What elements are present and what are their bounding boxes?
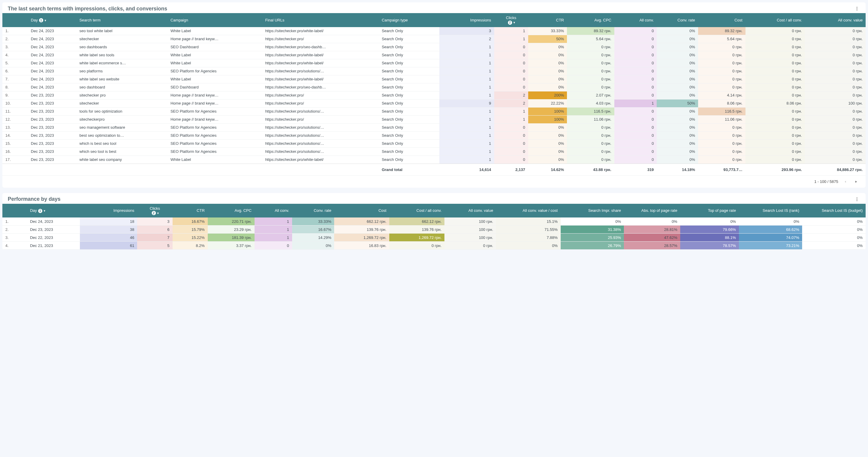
col-clicks[interactable]: Clicks2▼ bbox=[494, 13, 528, 27]
col-clicks[interactable]: Clicks2▼ bbox=[137, 204, 172, 218]
cell-abs-top-rate: 47.62% bbox=[624, 234, 680, 241]
table-row[interactable]: 16.Dec 23, 2023which seo tool is bestSEO… bbox=[2, 148, 866, 156]
col-ctr[interactable]: CTR bbox=[528, 13, 567, 27]
cell-ctr: 0% bbox=[528, 67, 567, 75]
total-impressions: 14,614 bbox=[439, 164, 494, 175]
col-campaign[interactable]: Campaign bbox=[167, 13, 262, 27]
table-row[interactable]: 4.Dec 21, 20236158.2%3.37 грн.00%16.83 г… bbox=[2, 241, 866, 250]
cell-ctr: 16.67% bbox=[173, 218, 208, 226]
more-options-button[interactable] bbox=[854, 196, 860, 203]
cell-allconvvaluecost: 7.88% bbox=[496, 234, 560, 241]
col-convrate[interactable]: Conv. rate bbox=[292, 204, 335, 218]
table-row[interactable]: 2.Dec 24, 2023sitecheckerHome page // br… bbox=[2, 35, 866, 43]
col-convrate[interactable]: Conv. rate bbox=[657, 13, 698, 27]
cell-campaign: SEO Platform for Agencies bbox=[167, 123, 262, 131]
cell-index: 1. bbox=[2, 27, 28, 35]
cell-costconv: 0 грн. bbox=[745, 115, 805, 123]
cell-day: Dec 23, 2023 bbox=[27, 226, 80, 234]
cell-cost: 116.5 грн. bbox=[698, 107, 745, 115]
col-search-impr-share[interactable]: Search Impr. share bbox=[561, 204, 624, 218]
table-row[interactable]: 3.Dec 22, 202346715.22%181.39 грн.114.29… bbox=[2, 234, 866, 241]
col-cost[interactable]: Cost bbox=[334, 204, 389, 218]
cell-clicks: 0 bbox=[494, 148, 528, 156]
cell-day: Dec 24, 2023 bbox=[28, 75, 76, 83]
cell-allconv: 0 bbox=[614, 35, 657, 43]
cell-campaign: Home page // brand keyw… bbox=[167, 35, 262, 43]
table-row[interactable]: 1.Dec 24, 2023seo tool white labelWhite … bbox=[2, 27, 866, 35]
cell-term: which seo tool is best bbox=[76, 148, 167, 156]
col-top-page-rate[interactable]: Top of page rate bbox=[680, 204, 739, 218]
table-row[interactable]: 12.Dec 23, 2023sitecheckerproHome page /… bbox=[2, 115, 866, 123]
table-row[interactable]: 7.Dec 24, 2023white label seo websiteWhi… bbox=[2, 75, 866, 83]
cell-costconv: 662.12 грн. bbox=[389, 218, 444, 226]
cell-cpc: 0 грн. bbox=[567, 51, 614, 59]
cell-costconv: 0 грн. bbox=[745, 43, 805, 51]
col-impressions[interactable]: Impressions bbox=[439, 13, 494, 27]
col-costconv[interactable]: Cost / all conv. bbox=[745, 13, 805, 27]
col-allconv[interactable]: All conv. bbox=[254, 204, 292, 218]
cell-lost-is-rank: 68.62% bbox=[739, 226, 802, 234]
table-row[interactable]: 4.Dec 24, 2023white label seo toolsWhite… bbox=[2, 51, 866, 59]
cell-costconv: 1,269.72 грн. bbox=[389, 234, 444, 241]
cell-allconv: 0 bbox=[614, 91, 657, 99]
col-abs-top-rate[interactable]: Abs. top of page rate bbox=[624, 204, 680, 218]
col-day[interactable]: Day1▼ bbox=[27, 204, 80, 218]
col-allconvvaluecost[interactable]: All conv. value / cost bbox=[496, 204, 560, 218]
table-row[interactable]: 10.Dec 23, 2023sitecheckerHome page // b… bbox=[2, 99, 866, 107]
table-row[interactable]: 9.Dec 23, 2023sitechecker proHome page /… bbox=[2, 91, 866, 99]
next-page-button[interactable] bbox=[852, 178, 860, 185]
col-ctr[interactable]: CTR bbox=[173, 204, 208, 218]
cell-url: https://sitechecker.pro/ bbox=[262, 99, 379, 107]
col-allconvvalue[interactable]: All conv. value bbox=[444, 204, 496, 218]
table-row[interactable]: 1.Dec 24, 202318316.67%220.71 грн.133.33… bbox=[2, 218, 866, 226]
col-campaign-type[interactable]: Campaign type bbox=[379, 13, 440, 27]
table-row[interactable]: 13.Dec 23, 2023seo management softwareSE… bbox=[2, 123, 866, 131]
more-options-button[interactable] bbox=[854, 5, 860, 12]
cell-convrate: 0% bbox=[657, 59, 698, 67]
col-cpc[interactable]: Avg. CPC bbox=[567, 13, 614, 27]
col-index[interactable] bbox=[2, 13, 28, 27]
cell-costconv: 0 грн. bbox=[745, 139, 805, 148]
cell-day: Dec 23, 2023 bbox=[28, 156, 76, 164]
col-cost[interactable]: Cost bbox=[698, 13, 745, 27]
col-lost-is-budget[interactable]: Search Lost IS (budget) bbox=[802, 204, 866, 218]
cell-index: 3. bbox=[2, 43, 28, 51]
cell-convrate: 16.67% bbox=[292, 226, 335, 234]
cell-day: Dec 24, 2023 bbox=[28, 27, 76, 35]
table-row[interactable]: 5.Dec 24, 2023white label ecommerce s…Wh… bbox=[2, 59, 866, 67]
cell-allval: 0 грн. bbox=[805, 35, 866, 43]
col-impressions[interactable]: Impressions bbox=[80, 204, 137, 218]
cell-ctr: 0% bbox=[528, 59, 567, 67]
cell-campaign: White Label bbox=[167, 51, 262, 59]
col-index[interactable] bbox=[2, 204, 27, 218]
table-row[interactable]: 14.Dec 23, 2023best seo optimization to…… bbox=[2, 131, 866, 139]
table-row[interactable]: 8.Dec 24, 2023seo dashboardSEO Dashboard… bbox=[2, 83, 866, 91]
col-costallconv[interactable]: Cost / all conv. bbox=[389, 204, 444, 218]
col-final-urls[interactable]: Final URLs bbox=[262, 13, 379, 27]
cell-cpc: 0 грн. bbox=[567, 139, 614, 148]
cell-clicks: 2 bbox=[494, 91, 528, 99]
col-allconv[interactable]: All conv. bbox=[614, 13, 657, 27]
col-allconvvalue[interactable]: All conv. value bbox=[805, 13, 866, 27]
table-row[interactable]: 2.Dec 23, 202338615.79%23.29 грн.116.67%… bbox=[2, 226, 866, 234]
cell-url: https://sitechecker.pro/solutions/… bbox=[262, 139, 379, 148]
table-row[interactable]: 17.Dec 23, 2023white label seo companyWh… bbox=[2, 156, 866, 164]
col-search-term[interactable]: Search term bbox=[76, 13, 167, 27]
cell-cost: 0 грн. bbox=[698, 123, 745, 131]
table-row[interactable]: 3.Dec 24, 2023seo dashboardsSEO Dashboar… bbox=[2, 43, 866, 51]
cell-search-impr-share: 25.93% bbox=[561, 234, 624, 241]
col-lost-is-rank[interactable]: Search Lost IS (rank) bbox=[739, 204, 802, 218]
col-cpc[interactable]: Avg. CPC bbox=[208, 204, 254, 218]
cell-day: Dec 23, 2023 bbox=[28, 91, 76, 99]
table-row[interactable]: 6.Dec 24, 2023seo platformsSEO Platform … bbox=[2, 67, 866, 75]
cell-allconv: 0 bbox=[614, 139, 657, 148]
table-row[interactable]: 15.Dec 23, 2023which is best seo toolSEO… bbox=[2, 139, 866, 148]
table-row[interactable]: 11.Dec 23, 2023tools for seo optimizatio… bbox=[2, 107, 866, 115]
cell-ctr: 0% bbox=[528, 131, 567, 139]
cell-url: https://sitechecker.pro/ bbox=[262, 35, 379, 43]
prev-page-button[interactable] bbox=[842, 178, 849, 185]
cell-clicks: 0 bbox=[494, 131, 528, 139]
col-day[interactable]: Day1▼ bbox=[28, 13, 76, 27]
cell-costconv: 0 грн. bbox=[745, 51, 805, 59]
cell-clicks: 1 bbox=[494, 27, 528, 35]
